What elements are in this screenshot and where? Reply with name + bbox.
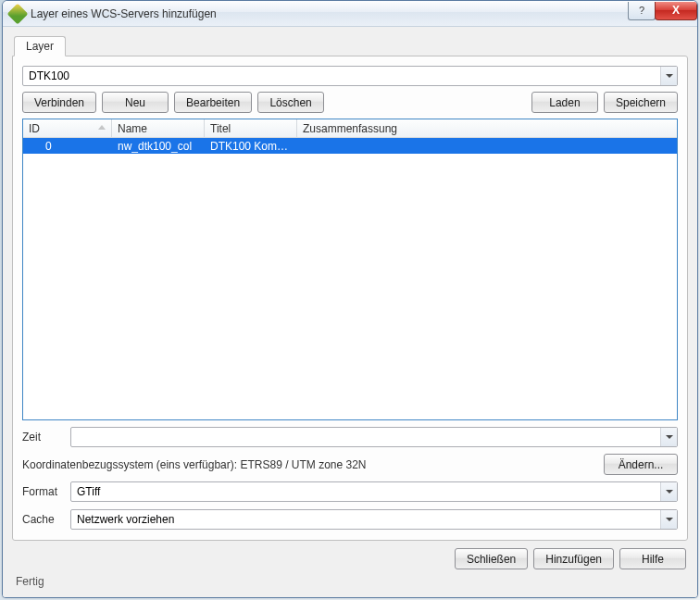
- layer-table[interactable]: ID Name Titel Zusammenfassung 0 nw_dtk10…: [22, 119, 678, 420]
- titlebar[interactable]: Layer eines WCS-Servers hinzufügen ? X: [3, 1, 697, 27]
- server-select[interactable]: DTK100: [22, 66, 678, 86]
- app-icon: [7, 3, 29, 24]
- cache-label: Cache: [22, 513, 63, 526]
- titlebar-help-button[interactable]: ?: [628, 2, 656, 20]
- format-value: GTiff: [77, 485, 660, 498]
- table-row[interactable]: 0 nw_dtk100_col DTK100 Kombinat...: [23, 138, 677, 154]
- col-header-name[interactable]: Name: [112, 119, 205, 137]
- hinzufuegen-button[interactable]: Hinzufügen: [533, 548, 614, 569]
- sort-asc-icon: [98, 125, 106, 130]
- window-title: Layer eines WCS-Servers hinzufügen: [31, 7, 217, 20]
- server-select-value: DTK100: [29, 69, 660, 82]
- col-header-id[interactable]: ID: [23, 119, 112, 137]
- cell-name: nw_dtk100_col: [112, 140, 205, 153]
- chevron-down-icon: [660, 67, 677, 85]
- titlebar-close-button[interactable]: X: [655, 2, 697, 20]
- speichern-button[interactable]: Speichern: [604, 92, 678, 113]
- laden-button[interactable]: Laden: [531, 92, 598, 113]
- dialog-window: Layer eines WCS-Servers hinzufügen ? X L…: [2, 0, 698, 598]
- hilfe-button[interactable]: Hilfe: [619, 548, 686, 569]
- status-text: Fertig: [12, 573, 688, 594]
- bearbeiten-button[interactable]: Bearbeiten: [174, 92, 252, 113]
- neu-button[interactable]: Neu: [102, 92, 169, 113]
- zeit-label: Zeit: [22, 431, 63, 444]
- col-header-id-label: ID: [29, 122, 40, 135]
- schliessen-button[interactable]: Schließen: [455, 548, 528, 569]
- chevron-down-icon: [660, 482, 677, 501]
- chevron-down-icon: [660, 428, 677, 446]
- aendern-button[interactable]: Ändern...: [604, 454, 678, 475]
- table-header: ID Name Titel Zusammenfassung: [23, 119, 677, 138]
- tab-layer-content: DTK100 Verbinden Neu Bearbeiten Löschen …: [12, 56, 688, 541]
- chevron-down-icon: [660, 510, 677, 529]
- tab-layer[interactable]: Layer: [14, 36, 66, 56]
- crs-text: Koordinatenbezugssystem (eins verfügbar)…: [22, 458, 598, 471]
- cache-value: Netzwerk vorziehen: [77, 513, 660, 526]
- cache-select[interactable]: Netzwerk vorziehen: [70, 509, 678, 530]
- verbinden-button[interactable]: Verbinden: [22, 92, 96, 113]
- zeit-select[interactable]: [70, 427, 678, 447]
- cell-titel: DTK100 Kombinat...: [205, 140, 297, 153]
- format-select[interactable]: GTiff: [70, 481, 678, 502]
- format-label: Format: [22, 485, 63, 498]
- loeschen-button[interactable]: Löschen: [257, 92, 324, 113]
- cell-id: 0: [23, 140, 112, 153]
- col-header-titel[interactable]: Titel: [205, 119, 297, 137]
- col-header-zusammenfassung[interactable]: Zusammenfassung: [297, 119, 677, 137]
